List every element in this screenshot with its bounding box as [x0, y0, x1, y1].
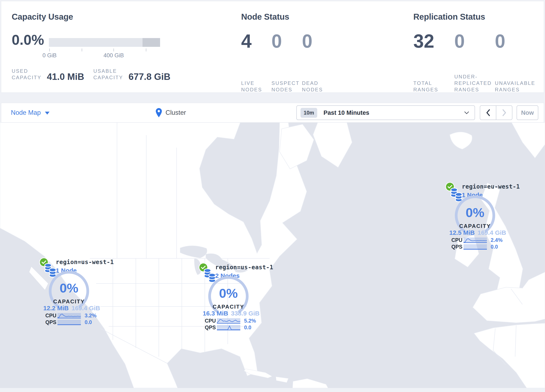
- under-replicated-ranges-count: 0: [454, 32, 495, 51]
- capacity-gauge-percent: 0%: [453, 206, 496, 219]
- capacity-gauge-label: CAPACITY: [47, 298, 91, 305]
- time-range-badge: 10m: [301, 108, 317, 118]
- cpu-value: 2.4%: [491, 237, 502, 243]
- unavailable-ranges-label: UNAVAILABLE RANGES: [495, 80, 539, 93]
- qps-label: QPS: [205, 324, 217, 330]
- node-status-title: Node Status: [241, 12, 289, 22]
- time-step-forward-button[interactable]: [496, 106, 512, 120]
- chevron-left-icon: [486, 109, 490, 117]
- qps-sparkline: [57, 320, 81, 325]
- chevron-right-icon: [502, 109, 507, 117]
- qps-value: 0.0: [244, 324, 251, 330]
- region-usable-capacity: 169.4 GiB: [477, 229, 506, 236]
- under-replicated-ranges-label: UNDER- REPLICATED RANGES: [454, 73, 495, 93]
- region-usable-capacity: 169.4 GiB: [71, 305, 100, 312]
- capacity-bar: [49, 38, 160, 47]
- qps-value: 0.0: [491, 244, 498, 250]
- cpu-value: 3.2%: [85, 312, 97, 319]
- unavailable-ranges-count: 0: [495, 32, 539, 51]
- region-badge-eu-west-1[interactable]: region=eu-west-1 1 Node 0% CAPACITY 12.5…: [445, 182, 509, 252]
- cluster-summary-panel: Capacity Usage 0.0% 0 GiB 400 GiB USED C…: [1, 1, 544, 93]
- region-name: region=us-east-1: [215, 264, 273, 271]
- usable-capacity-label: USABLE CAPACITY: [93, 68, 123, 81]
- qps-label: QPS: [451, 244, 464, 250]
- cpu-sparkline: [57, 313, 81, 318]
- capacity-gauge-label: CAPACITY: [453, 223, 496, 229]
- region-used-capacity: 12.2 MiB: [43, 305, 69, 312]
- time-step-back-button[interactable]: [480, 106, 496, 120]
- usable-capacity-metric: USABLE CAPACITY 677.8 GiB: [93, 68, 171, 81]
- time-range-label: Past 10 Minutes: [323, 109, 369, 116]
- live-nodes-label: LIVE NODES: [241, 80, 272, 93]
- cpu-value: 5.2%: [244, 318, 256, 324]
- capacity-usage-title: Capacity Usage: [12, 12, 73, 22]
- capacity-axis-label: 0 GiB: [43, 52, 57, 59]
- node-map[interactable]: [0, 123, 545, 388]
- chevron-down-icon: [45, 112, 50, 115]
- now-button[interactable]: Now: [517, 105, 538, 120]
- region-usable-capacity: 338.9 GiB: [231, 310, 260, 317]
- capacity-axis-label: 400 GiB: [103, 52, 124, 59]
- used-capacity-value: 41.0 MiB: [47, 72, 84, 81]
- time-range-dropdown[interactable]: 10m Past 10 Minutes: [296, 105, 475, 120]
- world-map: [0, 123, 545, 388]
- time-step-controls: [480, 105, 512, 120]
- capacity-percent: 0.0%: [12, 33, 44, 47]
- chevron-down-icon: [464, 111, 469, 114]
- qps-value: 0.0: [85, 319, 92, 325]
- view-selector-label: Node Map: [11, 109, 41, 117]
- cpu-label: CPU: [45, 312, 57, 319]
- capacity-gauge-percent: 0%: [207, 287, 250, 300]
- capacity-axis-tick: [113, 49, 114, 51]
- total-ranges-label: TOTAL RANGES: [413, 80, 454, 93]
- cpu-sparkline: [464, 237, 487, 243]
- cpu-label: CPU: [451, 237, 464, 243]
- breadcrumb[interactable]: Cluster: [155, 103, 186, 122]
- map-toolbar: Node Map Cluster 10m Past 10 Minutes Now: [1, 103, 544, 123]
- capacity-bar-reserved-segment: [142, 38, 160, 47]
- dead-nodes-count: 0: [302, 32, 333, 51]
- used-capacity-label: USED CAPACITY: [12, 68, 41, 81]
- cpu-label: CPU: [205, 318, 217, 324]
- capacity-gauge-percent: 0%: [47, 282, 91, 295]
- view-selector-dropdown[interactable]: Node Map: [11, 103, 50, 122]
- used-capacity-metric: USED CAPACITY 41.0 MiB: [12, 68, 84, 81]
- region-badge-us-east-1[interactable]: region=us-east-1 2 Nodes 0% CAPACITY 16.…: [198, 263, 262, 333]
- capacity-gauge-label: CAPACITY: [207, 304, 250, 310]
- qps-sparkline: [464, 244, 487, 250]
- capacity-axis-tick: [146, 49, 146, 51]
- region-name: region=eu-west-1: [462, 183, 520, 190]
- qps-sparkline: [217, 325, 240, 330]
- suspect-nodes-stat: 0 SUSPECT NODES: [272, 32, 302, 93]
- suspect-nodes-label: SUSPECT NODES: [272, 80, 302, 93]
- dead-nodes-label: DEAD NODES: [302, 80, 333, 93]
- location-pin-icon: [155, 108, 162, 118]
- suspect-nodes-count: 0: [272, 32, 302, 51]
- region-used-capacity: 16.3 MiB: [203, 310, 228, 317]
- live-nodes-count: 4: [241, 32, 272, 51]
- cpu-sparkline: [217, 318, 240, 324]
- replication-status-title: Replication Status: [413, 12, 485, 22]
- total-ranges-stat: 32 TOTAL RANGES: [413, 32, 454, 93]
- region-name: region=us-west-1: [56, 259, 114, 266]
- capacity-axis-tick: [82, 49, 82, 51]
- breadcrumb-label: Cluster: [166, 109, 186, 117]
- region-badge-us-west-1[interactable]: region=us-west-1 1 Node 0% CAPACITY 12.2…: [39, 257, 103, 328]
- qps-label: QPS: [45, 319, 57, 325]
- region-used-capacity: 12.5 MiB: [449, 229, 475, 236]
- under-replicated-ranges-stat: 0 UNDER- REPLICATED RANGES: [454, 32, 495, 93]
- total-ranges-count: 32: [413, 32, 454, 51]
- usable-capacity-value: 677.8 GiB: [129, 72, 171, 81]
- unavailable-ranges-stat: 0 UNAVAILABLE RANGES: [495, 32, 539, 93]
- dead-nodes-stat: 0 DEAD NODES: [302, 32, 333, 93]
- live-nodes-stat: 4 LIVE NODES: [241, 32, 272, 93]
- capacity-axis-tick: [49, 49, 50, 51]
